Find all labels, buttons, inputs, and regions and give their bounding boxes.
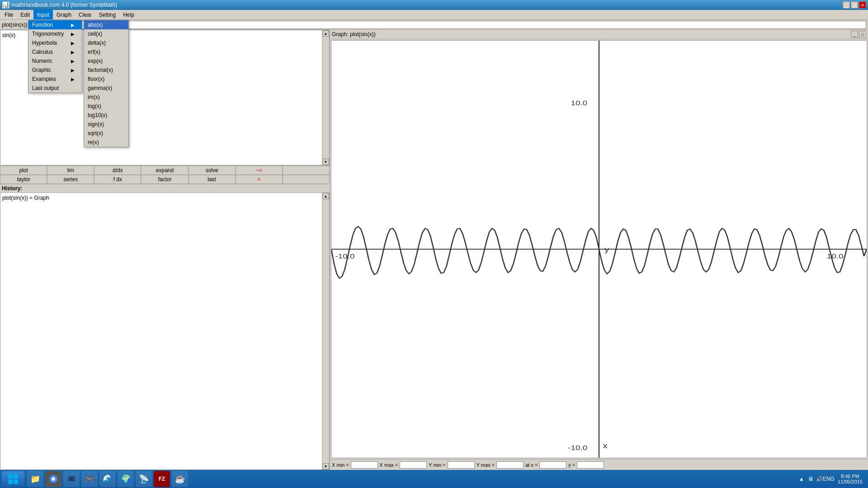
taskbar-chrome[interactable] — [45, 471, 61, 487]
submenu-log10[interactable]: log10(x) — [84, 111, 128, 120]
chrome-icon — [49, 474, 58, 483]
submenu-ceil[interactable]: ceil(x) — [84, 29, 128, 38]
atx-label: at x = — [525, 462, 538, 468]
taskbar-filezilla[interactable]: FZ — [154, 471, 170, 487]
btn-empty1[interactable] — [283, 166, 330, 175]
close-button[interactable]: ✕ — [859, 1, 866, 9]
svg-text:10.0: 10.0 — [827, 252, 844, 260]
clock[interactable]: 8:46 PM 11/05/2015 — [834, 474, 866, 484]
taskbar-right: ▲ 🖥 🔊 ENG 8:46 PM 11/05/2015 — [798, 474, 866, 484]
clock-time: 8:46 PM — [838, 474, 863, 479]
taskbar-expand[interactable]: ▲ — [798, 475, 805, 483]
history-scroll-up[interactable]: ▲ — [323, 193, 329, 199]
start-button[interactable] — [2, 471, 24, 487]
btn-approx[interactable]: ~= — [236, 166, 283, 175]
btn-plot[interactable]: plot — [0, 166, 47, 175]
menu-item-function[interactable]: Function▶ — [28, 20, 82, 29]
btn-lim[interactable]: lim — [47, 166, 94, 175]
menu-item-lastoutput[interactable]: Last output — [28, 84, 82, 93]
graph-titlebar: Graph: plot(sin(x)) _ □ — [330, 30, 868, 39]
minimize-button[interactable]: _ — [843, 1, 850, 9]
menu-item-calculus[interactable]: Calculus▶ — [28, 47, 82, 56]
ymin-input[interactable]: -10.0 — [448, 461, 475, 469]
history-header: History: — [0, 184, 330, 193]
submenu-exp[interactable]: exp(x) — [84, 56, 128, 66]
btn-expand[interactable]: expand — [141, 166, 188, 175]
taskbar-email[interactable]: ✉ — [63, 471, 80, 487]
menu-item-graphic[interactable]: Graphic▶ — [28, 66, 82, 75]
submenu-delta[interactable]: delta(x) — [84, 38, 128, 47]
btn-ddx[interactable]: d/dx — [94, 166, 141, 175]
menu-clear[interactable]: Clear — [75, 10, 95, 19]
toolbar: plot lim d/dx expand solve ~= taylor ser… — [0, 165, 330, 184]
menu-setting[interactable]: Setting — [95, 10, 119, 19]
taskbar-input-lang[interactable]: ENG — [825, 475, 832, 483]
svg-point-15 — [52, 477, 55, 481]
submenu-floor[interactable]: floor(x) — [84, 75, 128, 84]
menu-input[interactable]: Input — [33, 10, 53, 19]
btn-empty2[interactable] — [283, 175, 330, 184]
btn-solve[interactable]: solve — [189, 166, 236, 175]
menu-file[interactable]: File — [1, 10, 17, 19]
editor-text: sin(x) — [2, 32, 15, 38]
xmax-label: X max = — [380, 462, 398, 468]
history-content: plot(sin(x)) = Graph — [0, 193, 329, 203]
btn-taylor[interactable]: taylor — [0, 175, 47, 184]
graph-minimize[interactable]: _ — [851, 31, 858, 38]
submenu-gamma[interactable]: gamma(x) — [84, 84, 128, 93]
submenu-abs[interactable]: abs(x) — [84, 20, 128, 29]
xmin-input[interactable]: -10.0 — [351, 461, 378, 469]
submenu-sqrt[interactable]: sqrt(x) — [84, 129, 128, 138]
menu-item-hyperbola[interactable]: Hyperbola▶ — [28, 38, 82, 47]
input-dropdown: Function▶ Trigonometry▶ Hyperbola▶ Calcu… — [28, 20, 82, 93]
graph-maximize[interactable]: □ — [859, 31, 866, 38]
maximize-button[interactable]: □ — [851, 1, 858, 9]
btn-last[interactable]: last — [189, 175, 236, 184]
window-controls: _ □ ✕ — [843, 1, 866, 9]
atx-input[interactable]: 1 — [539, 461, 566, 469]
scroll-down[interactable]: ▼ — [323, 159, 329, 165]
taskbar-network[interactable]: 📡 — [136, 471, 152, 487]
taskbar-java[interactable]: ☕ — [172, 471, 188, 487]
graph-title: Graph: plot(sin(x)) — [332, 31, 376, 38]
xmin-label: X min = — [332, 462, 349, 468]
menu-graph[interactable]: Graph — [53, 10, 75, 19]
expression-input[interactable] — [34, 21, 866, 29]
submenu-erf[interactable]: erf(x) — [84, 47, 128, 56]
history-scroll-down[interactable]: ▼ — [323, 463, 329, 469]
submenu-sign[interactable]: sign(x) — [84, 120, 128, 129]
btn-series[interactable]: series — [47, 175, 94, 184]
taskbar-folder[interactable]: 📁 — [27, 471, 43, 487]
taskbar-weather[interactable]: 🌊 — [99, 471, 116, 487]
taskbar-earth[interactable]: 🌍 — [118, 471, 134, 487]
btn-factor[interactable]: factor — [141, 175, 188, 184]
submenu-im[interactable]: im(x) — [84, 93, 128, 102]
ymax-input[interactable]: 10.0 — [496, 461, 524, 469]
taskbar-game[interactable]: 🎮 — [81, 471, 98, 487]
scroll-up[interactable]: ▲ — [323, 30, 329, 37]
taskbar-speaker[interactable]: 🔊 — [816, 475, 823, 483]
svg-rect-12 — [8, 479, 13, 484]
svg-rect-11 — [14, 474, 18, 479]
btn-eq[interactable]: = — [236, 175, 283, 184]
graph-svg: x y 10.0 -10.0 -10.0 10.0 — [331, 41, 867, 458]
titlebar: 📊 mathHandbook.com 4.0 (former SymbMath)… — [0, 0, 868, 10]
graph-area[interactable]: x y 10.0 -10.0 -10.0 10.0 — [331, 40, 867, 458]
taskbar-network-icon[interactable]: 🖥 — [807, 475, 814, 483]
menu-item-examples[interactable]: Examples▶ — [28, 75, 82, 84]
svg-rect-13 — [14, 479, 18, 484]
title-text: mathHandbook.com 4.0 (former SymbMath) — [11, 2, 117, 8]
btn-fdx[interactable]: f dx — [94, 175, 141, 184]
y-input[interactable]: 1 — [577, 461, 604, 469]
menu-item-trig[interactable]: Trigonometry▶ — [28, 29, 82, 38]
menu-help[interactable]: Help — [119, 10, 138, 19]
menu-item-numeric[interactable]: Numeric▶ — [28, 56, 82, 66]
svg-text:-10.0: -10.0 — [568, 444, 587, 452]
input-label: plot(sin(x)) = — [2, 22, 32, 28]
submenu-log[interactable]: log(x) — [84, 102, 128, 111]
submenu-factorial[interactable]: factorial(x) — [84, 66, 128, 75]
menu-edit[interactable]: Edit — [17, 10, 33, 19]
svg-rect-10 — [8, 474, 13, 479]
xmax-input[interactable]: 10.0 — [400, 461, 427, 469]
submenu-re[interactable]: re(x) — [84, 138, 128, 147]
